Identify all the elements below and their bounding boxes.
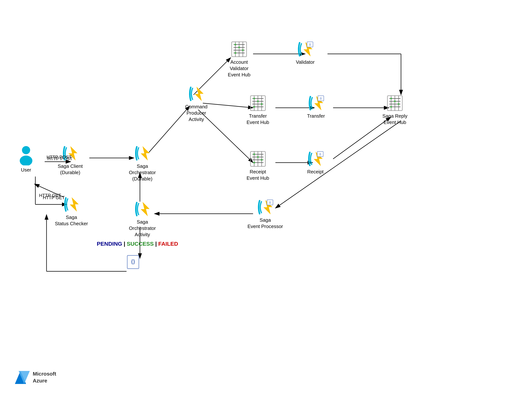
saga-orchestrator-activity-node: Saga OrchestratorActivity: [124, 201, 161, 238]
svg-marker-89: [70, 197, 79, 212]
command-producer-label: Command ProducerActivity: [178, 104, 215, 123]
transfer-icon: {}: [308, 95, 324, 111]
transfer-hub-icon: [250, 95, 266, 111]
saga-client-label: Saga Client(Durable): [58, 163, 83, 176]
status-pipe1: |: [124, 241, 125, 247]
validator-label: Validator: [296, 59, 315, 65]
saga-event-processor-node: {} SagaEvent Processor: [247, 199, 283, 230]
svg-point-52: [257, 100, 259, 102]
storage-icon: {}: [126, 255, 140, 270]
receipt-node: {} Receipt: [307, 151, 324, 175]
account-validator-hub-label: Account ValidatorEvent Hub: [221, 59, 258, 78]
transfer-hub-node: TransferEvent Hub: [247, 95, 269, 126]
svg-text:{}: {}: [131, 258, 135, 264]
transfer-label: Transfer: [307, 113, 325, 119]
status-success: SUCCESS: [127, 241, 154, 247]
svg-line-13: [333, 117, 391, 159]
status-pending: PENDING: [97, 241, 122, 247]
svg-text:{}: {}: [309, 43, 311, 46]
svg-point-39: [234, 52, 236, 54]
saga-orchestrator-node: Saga Orchestrator(Durable): [124, 145, 161, 182]
account-validator-hub-node: Account ValidatorEvent Hub: [221, 41, 258, 78]
storage-node: {}: [126, 255, 140, 270]
command-producer-icon: [188, 86, 205, 102]
svg-point-38: [242, 49, 244, 51]
svg-point-24: [20, 156, 32, 166]
svg-text:{}: {}: [320, 97, 322, 100]
svg-text:{}: {}: [319, 153, 321, 155]
svg-point-80: [261, 159, 263, 161]
saga-status-checker-node: SagaStatus Checker: [55, 196, 88, 227]
transfer-node: {} Transfer: [307, 95, 325, 119]
saga-reply-hub-icon: [386, 95, 403, 111]
status-failed: FAILED: [158, 241, 178, 247]
saga-reply-hub-label: Saga ReplyEvent Hub: [382, 113, 407, 126]
validator-node: {} Validator: [296, 41, 315, 65]
svg-point-23: [22, 146, 30, 154]
svg-line-14: [275, 121, 401, 208]
svg-point-37: [238, 46, 240, 48]
svg-point-54: [253, 106, 255, 108]
svg-point-51: [253, 98, 255, 99]
azure-logo-icon: [15, 371, 30, 384]
azure-text: MicrosoftAzure: [33, 371, 56, 384]
saga-reply-hub-node: Saga ReplyEvent Hub: [382, 95, 407, 126]
svg-marker-85: [140, 202, 150, 216]
account-validator-hub-icon: [231, 41, 247, 58]
saga-status-checker-label: SagaStatus Checker: [55, 214, 88, 227]
azure-logo: MicrosoftAzure: [15, 371, 56, 384]
command-producer-node: Command ProducerActivity: [178, 86, 215, 123]
http-get-label: HTTP GET: [39, 193, 61, 198]
receipt-hub-icon: [250, 151, 266, 167]
http-post-label: HTTP POST: [46, 155, 71, 160]
svg-point-68: [398, 103, 399, 105]
svg-marker-26: [140, 146, 150, 161]
validator-icon: {}: [297, 41, 314, 58]
diagram-container: HTTP POST HTTP GET User Saga Client(Dura…: [0, 0, 532, 399]
receipt-label: Receipt: [307, 169, 323, 175]
svg-point-69: [390, 106, 392, 108]
saga-orchestrator-icon: [134, 145, 151, 162]
receipt-icon: {}: [307, 151, 324, 167]
svg-point-81: [253, 162, 255, 164]
receipt-hub-label: ReceiptEvent Hub: [247, 169, 269, 181]
status-line: PENDING | SUCCESS | FAILED: [97, 241, 178, 247]
saga-client-node: Saga Client(Durable): [58, 145, 83, 176]
svg-point-78: [253, 153, 255, 155]
user-label: User: [21, 167, 31, 173]
svg-point-66: [390, 98, 392, 99]
svg-point-79: [257, 156, 259, 158]
saga-status-checker-icon: [63, 196, 80, 213]
svg-marker-27: [195, 86, 204, 101]
saga-event-processor-label: SagaEvent Processor: [247, 217, 283, 230]
saga-orchestrator-activity-label: Saga OrchestratorActivity: [124, 219, 161, 238]
saga-orchestrator-label: Saga Orchestrator(Durable): [124, 163, 161, 182]
svg-point-53: [261, 103, 263, 105]
transfer-hub-label: TransferEvent Hub: [247, 113, 269, 126]
svg-text:{}: {}: [269, 201, 271, 204]
receipt-hub-node: ReceiptEvent Hub: [247, 151, 269, 181]
user-icon: [18, 145, 34, 166]
saga-event-processor-icon: {}: [257, 199, 273, 215]
svg-point-67: [394, 100, 396, 102]
status-pipe2: |: [155, 241, 157, 247]
user-node: User: [18, 145, 34, 173]
saga-orchestrator-activity-icon: [134, 201, 151, 217]
svg-point-36: [234, 44, 236, 46]
